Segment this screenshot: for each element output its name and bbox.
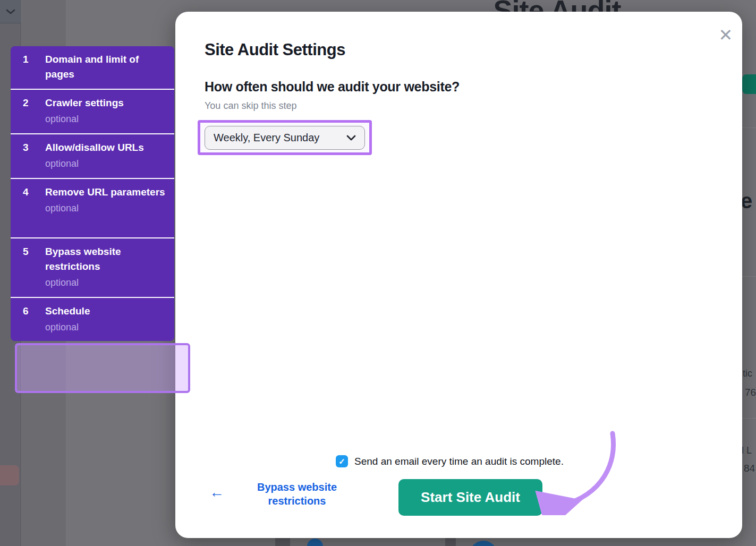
backdrop-divider <box>742 418 756 419</box>
step-optional: optional <box>45 112 124 126</box>
step-label: Bypass website restrictions <box>45 244 167 274</box>
backdrop-pie-fragment <box>470 541 497 546</box>
backdrop-table-strip <box>275 538 290 546</box>
step-optional: optional <box>45 320 90 335</box>
chevron-down-icon <box>346 135 356 141</box>
backdrop-divider <box>742 127 756 128</box>
backdrop-pie-fragment <box>307 539 323 546</box>
back-arrow-icon[interactable]: ← <box>209 484 224 500</box>
frequency-select-value: Weekly, Every Sunday <box>214 132 342 144</box>
step-number: 2 <box>23 96 45 133</box>
step-label: Remove URL parameters <box>45 185 165 200</box>
backdrop-collapse-box <box>0 0 21 23</box>
backdrop-text-fragment: e <box>741 189 752 213</box>
wizard-step-remove-url-parameters[interactable]: 4 Remove URL parameters optional <box>11 178 174 237</box>
backdrop-table-strip <box>445 538 456 546</box>
modal-title: Site Audit Settings <box>205 40 345 59</box>
email-opt-in-row: ✓ Send an email every time an audit is c… <box>336 455 564 468</box>
backdrop-divider <box>742 276 756 277</box>
step-optional: optional <box>45 201 165 216</box>
step-number: 6 <box>23 304 45 341</box>
email-opt-in-label: Send an email every time an audit is com… <box>354 455 564 468</box>
wizard-step-schedule[interactable]: 6 Schedule optional <box>11 297 174 341</box>
start-site-audit-button[interactable]: Start Site Audit <box>398 479 542 516</box>
step-label: Crawler settings <box>45 96 124 110</box>
backdrop-text-fragment: 76 <box>745 387 756 398</box>
wizard-step-allow-disallow-urls[interactable]: 3 Allow/disallow URLs optional <box>11 133 174 178</box>
wizard-steps-sidebar: 1 Domain and limit of pages 2 Crawler se… <box>11 46 174 341</box>
backdrop-pink-fragment <box>0 465 19 485</box>
step-optional: optional <box>45 275 167 290</box>
backdrop-text-fragment: tic <box>743 368 752 379</box>
step-number: 3 <box>23 140 45 178</box>
skip-note: You can skip this step <box>205 100 296 112</box>
step-number: 4 <box>23 185 45 237</box>
close-icon[interactable]: ✕ <box>716 25 735 45</box>
wizard-step-domain-and-limit[interactable]: 1 Domain and limit of pages <box>11 46 174 89</box>
audit-frequency-select[interactable]: Weekly, Every Sunday <box>205 126 365 150</box>
wizard-step-bypass-restrictions[interactable]: 5 Bypass website restrictions optional <box>11 237 174 297</box>
step-optional: optional <box>45 156 144 171</box>
step-number: 5 <box>23 244 45 297</box>
schedule-question: How often should we audit your website? <box>205 79 460 95</box>
email-opt-in-checkbox[interactable]: ✓ <box>336 455 348 467</box>
step-label: Allow/disallow URLs <box>45 140 144 155</box>
bypass-restrictions-link[interactable]: Bypass website restrictions <box>250 480 344 508</box>
step-label: Schedule <box>45 304 90 319</box>
backdrop-text-fragment: 84 <box>744 463 755 474</box>
backdrop-green-button-fragment <box>742 74 756 94</box>
wizard-step-crawler-settings[interactable]: 2 Crawler settings optional <box>11 89 174 133</box>
backdrop-text-fragment: l L <box>742 445 752 456</box>
chevron-down-icon <box>6 9 15 14</box>
step-label: Domain and limit of pages <box>45 52 167 82</box>
site-audit-settings-modal: ✕ Site Audit Settings How often should w… <box>175 12 742 538</box>
step-number: 1 <box>23 52 45 89</box>
